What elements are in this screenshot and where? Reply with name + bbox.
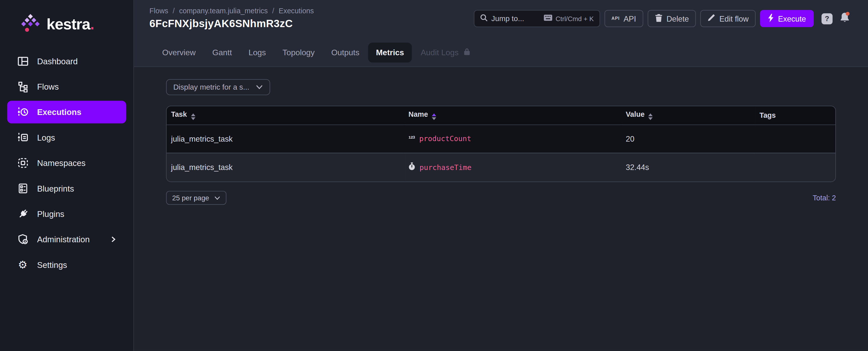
sidebar-item-settings[interactable]: ⚙ Settings bbox=[7, 253, 126, 276]
plugins-icon bbox=[17, 208, 29, 220]
per-page-select[interactable]: 25 per page bbox=[166, 191, 226, 204]
sidebar-item-logs[interactable]: Logs bbox=[7, 126, 126, 149]
keyboard-shortcut-icon bbox=[543, 14, 552, 23]
header-controls: Jump to... Ctrl/Cmd + K API API bbox=[474, 10, 850, 27]
tab-metrics[interactable]: Metrics bbox=[368, 43, 412, 63]
chevron-down-icon bbox=[256, 83, 263, 91]
breadcrumb-item-namespace[interactable]: company.team.julia_metrics bbox=[179, 6, 268, 15]
sidebar-item-label: Dashboard bbox=[37, 57, 78, 66]
header-left: Flows / company.team.julia_metrics / Exe… bbox=[149, 5, 314, 30]
timer-icon bbox=[408, 162, 415, 172]
sidebar-item-namespaces[interactable]: Namespaces bbox=[7, 152, 126, 174]
tab-audit-logs: Audit Logs bbox=[413, 43, 478, 63]
dashboard-icon bbox=[17, 55, 29, 67]
table-header-row: Task Name Value Tags bbox=[166, 106, 835, 125]
breadcrumb: Flows / company.team.julia_metrics / Exe… bbox=[149, 5, 314, 15]
sidebar-item-label: Logs bbox=[37, 133, 55, 142]
metric-filter-placeholder: Display metric for a s... bbox=[173, 83, 249, 91]
sidebar-item-administration[interactable]: Administration bbox=[7, 228, 126, 251]
breadcrumb-separator: / bbox=[272, 6, 274, 15]
flows-icon bbox=[17, 81, 29, 93]
search-placeholder: Jump to... bbox=[491, 14, 539, 23]
kestra-logo-mark-icon bbox=[20, 13, 41, 35]
sort-arrows[interactable] bbox=[432, 114, 436, 120]
sidebar-item-label: Blueprints bbox=[37, 184, 74, 193]
tab-logs[interactable]: Logs bbox=[241, 43, 274, 63]
cell-task: julia_metrics_task bbox=[166, 153, 404, 182]
topbar: Flows / company.team.julia_metrics / Exe… bbox=[134, 0, 868, 67]
search-icon bbox=[480, 13, 488, 24]
metric-name: purchaseTime bbox=[420, 163, 471, 171]
lightning-icon bbox=[768, 13, 774, 24]
cell-value: 32.44s bbox=[621, 153, 755, 182]
administration-icon bbox=[17, 233, 29, 245]
trash-icon bbox=[655, 13, 662, 24]
table-footer: 25 per page Total: 2 bbox=[166, 191, 836, 204]
numeric-123-icon: ¹²³ bbox=[408, 135, 415, 143]
main-area: Flows / company.team.julia_metrics / Exe… bbox=[134, 0, 868, 351]
sidebar-item-label: Settings bbox=[37, 260, 67, 269]
sidebar-item-label: Plugins bbox=[37, 209, 64, 218]
execute-button[interactable]: Execute bbox=[760, 10, 814, 27]
sidebar-nav: Dashboard Flows Executions Logs bbox=[0, 50, 133, 276]
search-shortcut: Ctrl/Cmd + K bbox=[543, 14, 594, 23]
cell-value: 20 bbox=[621, 125, 755, 153]
api-icon: API bbox=[612, 16, 620, 21]
bell-icon bbox=[839, 11, 850, 25]
table-row[interactable]: julia_metrics_task purchaseTime 32.44s bbox=[166, 153, 835, 182]
sidebar-item-flows[interactable]: Flows bbox=[7, 75, 126, 98]
cell-name: purchaseTime bbox=[404, 153, 621, 182]
edit-flow-button[interactable]: Edit flow bbox=[701, 10, 756, 27]
executions-icon bbox=[17, 106, 29, 118]
chevron-down-icon bbox=[214, 194, 220, 202]
chevron-right-icon bbox=[110, 236, 117, 243]
sidebar-item-label: Executions bbox=[37, 107, 82, 117]
api-button[interactable]: API API bbox=[604, 10, 643, 27]
tab-gantt[interactable]: Gantt bbox=[205, 43, 240, 63]
kestra-logo[interactable]: kestra. bbox=[20, 13, 133, 35]
tab-outputs[interactable]: Outputs bbox=[323, 43, 367, 63]
column-header-tags: Tags bbox=[755, 106, 835, 125]
column-header-value[interactable]: Value bbox=[621, 106, 755, 125]
execution-tabs: Overview Gantt Logs Topology Outputs Met… bbox=[154, 43, 479, 63]
settings-icon: ⚙ bbox=[17, 259, 29, 270]
breadcrumb-item-executions[interactable]: Executions bbox=[279, 6, 314, 15]
page-title: 6FcFNXjbsjyAK6SNhmR3zC bbox=[149, 18, 314, 30]
pencil-icon bbox=[708, 14, 716, 23]
sidebar-item-dashboard[interactable]: Dashboard bbox=[7, 50, 126, 72]
sidebar-item-label: Administration bbox=[37, 235, 90, 244]
sidebar-item-executions[interactable]: Executions bbox=[7, 101, 126, 123]
cell-tags bbox=[755, 153, 835, 182]
kestra-logo-text: kestra. bbox=[46, 17, 94, 32]
column-header-task[interactable]: Task bbox=[166, 106, 404, 125]
notifications-bell[interactable] bbox=[839, 11, 850, 25]
logs-icon bbox=[17, 131, 29, 143]
metrics-content: Display metric for a s... Task Name bbox=[134, 67, 868, 351]
jump-to-search-input[interactable]: Jump to... Ctrl/Cmd + K bbox=[474, 10, 600, 27]
column-header-name[interactable]: Name bbox=[404, 106, 621, 125]
sidebar-item-plugins[interactable]: Plugins bbox=[7, 202, 126, 225]
help-icon[interactable]: ? bbox=[822, 13, 833, 24]
lock-icon bbox=[463, 43, 470, 63]
sort-arrows[interactable] bbox=[191, 114, 195, 120]
table-row[interactable]: julia_metrics_task ¹²³ productCount 20 bbox=[166, 125, 835, 153]
metrics-table: Task Name Value Tags bbox=[166, 106, 836, 182]
sidebar-item-label: Namespaces bbox=[37, 158, 86, 167]
namespaces-icon bbox=[17, 157, 29, 169]
metric-filter-select[interactable]: Display metric for a s... bbox=[166, 79, 270, 95]
sidebar-item-label: Flows bbox=[37, 82, 59, 91]
sidebar-item-blueprints[interactable]: Blueprints bbox=[7, 177, 126, 200]
sidebar: kestra. Dashboard Flows Executions bbox=[0, 0, 134, 351]
delete-button[interactable]: Delete bbox=[648, 10, 696, 27]
blueprints-icon bbox=[17, 182, 29, 194]
total-count: Total: 2 bbox=[813, 194, 836, 202]
cell-task: julia_metrics_task bbox=[166, 125, 404, 153]
cell-tags bbox=[755, 125, 835, 153]
tab-overview[interactable]: Overview bbox=[154, 43, 204, 63]
app-root: kestra. Dashboard Flows Executions bbox=[0, 0, 868, 351]
tab-topology[interactable]: Topology bbox=[275, 43, 322, 63]
cell-name: ¹²³ productCount bbox=[404, 125, 621, 153]
sort-arrows[interactable] bbox=[649, 114, 653, 120]
breadcrumb-item-flows[interactable]: Flows bbox=[149, 6, 168, 15]
metric-name: productCount bbox=[419, 135, 471, 143]
